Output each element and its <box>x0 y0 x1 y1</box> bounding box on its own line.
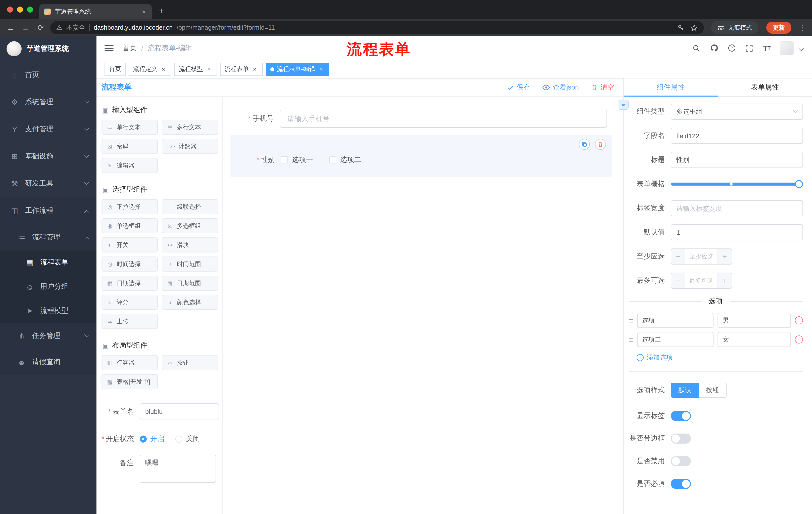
sidebar-logo[interactable]: 芋道管理系统 <box>0 36 96 61</box>
tag-close-icon[interactable]: × <box>205 65 212 73</box>
palette-item-editor[interactable]: ✎编辑器 <box>102 158 158 173</box>
sidebar-item-process-form[interactable]: ▤ 流程表单 <box>0 250 96 275</box>
field-name-input[interactable] <box>671 128 803 144</box>
sidebar-item-payment[interactable]: ¥ 支付管理 <box>0 116 96 143</box>
avatar[interactable] <box>780 41 794 55</box>
palette-item-checkbox-group[interactable]: ☑多选框组 <box>162 218 218 233</box>
palette-item-slider[interactable]: ⊷滑块 <box>162 237 218 252</box>
palette-item-password[interactable]: ⊠密码 <box>102 139 158 154</box>
gender-checkbox-option1[interactable]: 选项一 <box>281 155 313 164</box>
plus-button[interactable]: + <box>718 249 732 264</box>
sidebar-item-devtools[interactable]: ⚒ 研发工具 <box>0 170 96 197</box>
tag-home[interactable]: 首页 <box>105 63 126 76</box>
tag-process-form-edit[interactable]: 流程表单-编辑 × <box>266 63 329 76</box>
github-icon[interactable] <box>709 44 719 53</box>
sidebar-item-user-group[interactable]: ☺ 用户分组 <box>0 275 96 299</box>
minus-button[interactable]: − <box>671 273 685 288</box>
palette-item-rate[interactable]: ☆评分 <box>102 295 158 310</box>
status-radio-off[interactable]: 关闭 <box>175 435 200 443</box>
add-option-button[interactable]: + 添加选项 <box>637 353 803 362</box>
border-switch[interactable] <box>671 434 691 443</box>
sidebar-item-infrastructure[interactable]: ⊞ 基础设施 <box>0 143 96 170</box>
max-select-value[interactable]: 最多可选 <box>685 273 718 288</box>
form-canvas[interactable]: *手机号 <box>223 97 623 514</box>
sidebar-item-workflow[interactable]: ◫ 工作流程 <box>0 197 96 224</box>
palette-item-table-dev[interactable]: ▩表格[开发中] <box>102 374 158 389</box>
form-remark-textarea[interactable]: 嘿嘿 <box>140 455 216 483</box>
new-tab-button[interactable]: + <box>159 6 164 16</box>
palette-item-time-range[interactable]: ◔时间范围 <box>162 256 218 272</box>
tab-component-props[interactable]: 组件属性 <box>624 78 718 96</box>
sidebar-item-process-model[interactable]: ➤ 流程模型 <box>0 299 96 323</box>
sidebar-item-system[interactable]: ⚙ 系统管理 <box>0 88 96 116</box>
palette-item-time-picker[interactable]: ◷时间选择 <box>102 256 158 272</box>
palette-item-date-picker[interactable]: ▦日期选择 <box>102 276 158 291</box>
palette-item-button[interactable]: ▱按钮 <box>162 355 218 370</box>
drag-handle-icon[interactable]: ≡ <box>629 316 633 325</box>
clear-button[interactable]: 清空 <box>591 83 614 92</box>
title-input[interactable] <box>671 152 803 168</box>
option2-value-input[interactable] <box>718 332 791 347</box>
label-width-input[interactable] <box>671 200 803 216</box>
palette-item-radio-group[interactable]: ◉单选框组 <box>102 218 158 233</box>
reload-icon[interactable]: ⟳ <box>35 23 46 32</box>
tag-process-model[interactable]: 流程模型 × <box>174 63 217 76</box>
sidebar-item-leave-query[interactable]: ☻ 请假查询 <box>0 349 96 375</box>
remove-option-button[interactable]: − <box>795 316 803 324</box>
option2-label-input[interactable] <box>637 332 714 347</box>
hamburger-icon[interactable] <box>105 45 114 51</box>
required-switch[interactable] <box>671 479 691 489</box>
sidebar-item-task-mgmt[interactable]: ⋔ 任务管理 <box>0 323 96 349</box>
palette-item-multiline-text[interactable]: ▤多行文本 <box>162 120 218 135</box>
help-icon[interactable]: ? <box>727 44 736 53</box>
forward-icon[interactable]: → <box>20 23 31 32</box>
address-bar[interactable]: 不安全 dashboard.yudao.iocoder.cn /bpm/mana… <box>50 21 704 34</box>
tag-close-icon[interactable]: × <box>318 65 325 73</box>
palette-item-switch[interactable]: ◐开关 <box>102 237 158 252</box>
tag-close-icon[interactable]: × <box>251 65 258 73</box>
tab-close-icon[interactable]: × <box>141 8 147 15</box>
browser-menu-icon[interactable]: ⋮ <box>799 23 806 32</box>
tag-process-form[interactable]: 流程表单 × <box>220 63 263 76</box>
sidebar-item-process-mgmt[interactable]: ≔ 流程管理 <box>0 224 96 250</box>
gender-field-row[interactable]: *性别 选项一 选项二 <box>231 151 606 169</box>
security-label[interactable]: 不安全 <box>66 23 85 32</box>
canvas-field-gender-selected[interactable]: *性别 选项一 选项二 <box>230 135 612 177</box>
drag-handle-icon[interactable]: ≡ <box>629 335 633 344</box>
plus-button[interactable]: + <box>718 273 732 288</box>
palette-item-row-container[interactable]: ▥行容器 <box>102 355 158 370</box>
palette-item-single-text[interactable]: ▭单行文本 <box>102 120 158 135</box>
tag-close-icon[interactable]: × <box>160 65 167 73</box>
style-default-button[interactable]: 默认 <box>671 383 699 398</box>
delete-component-button[interactable] <box>595 139 606 150</box>
palette-item-upload[interactable]: ☁上传 <box>102 314 158 329</box>
gender-checkbox-option2[interactable]: 选项二 <box>329 155 361 164</box>
palette-item-counter[interactable]: 123计数器 <box>162 139 218 154</box>
copy-component-button[interactable] <box>579 139 590 150</box>
option1-value-input[interactable] <box>718 313 791 328</box>
remove-option-button[interactable]: − <box>795 335 803 344</box>
key-icon[interactable] <box>677 24 685 31</box>
palette-item-cascader[interactable]: ⋔级联选择 <box>162 199 218 214</box>
option1-label-input[interactable] <box>637 313 714 328</box>
default-value-input[interactable] <box>671 224 803 240</box>
back-icon[interactable]: ← <box>5 23 16 32</box>
grid-slider[interactable] <box>671 176 803 192</box>
sidebar-item-home[interactable]: ⌂ 首页 <box>0 61 96 88</box>
update-button[interactable]: 更新 <box>766 22 791 34</box>
window-minimize-button[interactable] <box>17 6 23 12</box>
status-radio-on[interactable]: 开启 <box>140 435 164 443</box>
bookmark-star-icon[interactable] <box>690 24 698 31</box>
tab-form-props[interactable]: 表单属性 <box>718 78 812 96</box>
breadcrumb-home[interactable]: 首页 <box>123 44 137 53</box>
phone-input[interactable] <box>280 110 607 128</box>
minus-button[interactable]: − <box>671 249 685 264</box>
min-select-value[interactable]: 至少应选 <box>685 249 718 264</box>
style-button-button[interactable]: 按钮 <box>699 383 727 398</box>
search-icon[interactable] <box>692 44 701 53</box>
avatar-caret-icon[interactable] <box>799 46 804 51</box>
window-close-button[interactable] <box>7 6 13 12</box>
palette-item-dropdown[interactable]: ◎下拉选择 <box>102 199 158 214</box>
link-icon[interactable]: ∞ <box>618 100 629 110</box>
window-zoom-button[interactable] <box>27 6 33 12</box>
